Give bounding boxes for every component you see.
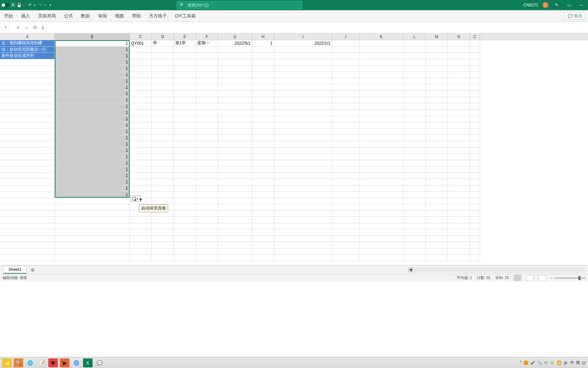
cell[interactable]	[218, 179, 252, 185]
cell[interactable]	[274, 110, 332, 116]
cell[interactable]	[0, 72, 55, 78]
cell[interactable]	[332, 211, 359, 217]
cell[interactable]	[404, 65, 426, 72]
cell[interactable]	[359, 78, 404, 85]
cell[interactable]	[274, 179, 332, 185]
cell[interactable]	[359, 198, 404, 204]
cell[interactable]	[218, 204, 252, 211]
comments-button[interactable]: 💬 批注	[565, 12, 585, 20]
cell[interactable]	[0, 116, 55, 122]
cell[interactable]	[152, 116, 174, 122]
cell[interactable]	[404, 110, 426, 116]
cell[interactable]	[252, 110, 274, 116]
cell[interactable]	[196, 255, 218, 261]
cell[interactable]	[152, 166, 174, 173]
cell[interactable]	[274, 97, 332, 104]
tray-chevron-icon[interactable]: ˄	[520, 361, 522, 365]
cell[interactable]	[55, 236, 130, 242]
cell[interactable]: 1	[55, 128, 130, 135]
col-header[interactable]: G	[218, 33, 252, 40]
cell[interactable]	[359, 173, 404, 179]
cell[interactable]	[174, 97, 196, 104]
zoom-slider[interactable]: −	[551, 276, 585, 280]
cell[interactable]	[196, 128, 218, 135]
cell[interactable]	[0, 223, 55, 230]
cell[interactable]: 1	[55, 135, 130, 141]
cell[interactable]	[404, 179, 426, 185]
cell[interactable]	[448, 116, 470, 122]
tray-ime2-icon[interactable]: 简	[576, 360, 580, 365]
cell[interactable]	[274, 198, 332, 204]
cell[interactable]	[448, 97, 470, 104]
tab-view[interactable]: 视图	[111, 10, 128, 22]
cell[interactable]	[404, 191, 426, 198]
cell[interactable]: 1	[55, 191, 130, 198]
cell[interactable]	[174, 166, 196, 173]
cell[interactable]	[0, 135, 55, 141]
cell[interactable]	[470, 173, 480, 179]
cell[interactable]	[218, 116, 252, 122]
cell[interactable]	[470, 40, 480, 47]
cell[interactable]	[174, 211, 196, 217]
cell[interactable]	[448, 229, 470, 236]
cell[interactable]	[196, 211, 218, 217]
cell[interactable]	[470, 166, 480, 173]
cell[interactable]	[0, 217, 55, 223]
cell[interactable]	[359, 59, 404, 66]
undo-dropdown-icon[interactable]: ▼	[33, 4, 36, 7]
cell[interactable]	[332, 148, 359, 154]
cell[interactable]	[426, 135, 448, 141]
cell[interactable]	[174, 236, 196, 242]
cell[interactable]	[218, 72, 252, 78]
cell[interactable]	[404, 248, 426, 255]
grid[interactable]: 法：拖到哪就填充到哪1QY001甲第1章星期一2022/5/112022/1/1…	[0, 40, 588, 261]
cell[interactable]	[152, 85, 174, 91]
add-sheet-button[interactable]: ⊕	[29, 266, 36, 273]
cell[interactable]	[196, 217, 218, 223]
cell[interactable]	[332, 135, 359, 141]
cell[interactable]	[130, 148, 152, 154]
cell[interactable]: 1	[55, 154, 130, 160]
cell[interactable]	[426, 103, 448, 110]
cell[interactable]	[404, 242, 426, 248]
cell[interactable]	[332, 91, 359, 97]
cell[interactable]	[426, 97, 448, 104]
cell[interactable]	[0, 211, 55, 217]
cell[interactable]	[404, 72, 426, 78]
cell[interactable]	[470, 97, 480, 104]
cell[interactable]	[404, 78, 426, 85]
cell[interactable]	[130, 53, 152, 59]
cell[interactable]	[426, 91, 448, 97]
cell[interactable]	[218, 236, 252, 242]
cell[interactable]	[130, 185, 152, 192]
cell[interactable]	[218, 217, 252, 223]
col-header[interactable]: E	[174, 33, 196, 40]
cell[interactable]	[426, 65, 448, 72]
cell[interactable]: 1	[55, 166, 130, 173]
cell[interactable]	[130, 248, 152, 255]
cell[interactable]	[55, 204, 130, 211]
sheet-tab[interactable]: Sheet1	[3, 266, 27, 274]
col-header[interactable]: K	[359, 33, 404, 40]
cell[interactable]	[218, 242, 252, 248]
cell[interactable]	[332, 97, 359, 104]
cell[interactable]	[448, 78, 470, 85]
cell[interactable]	[152, 122, 174, 129]
cell[interactable]	[252, 229, 274, 236]
cell[interactable]	[130, 166, 152, 173]
cell[interactable]	[130, 85, 152, 91]
cell[interactable]	[252, 91, 274, 97]
cell[interactable]	[152, 236, 174, 242]
cell[interactable]	[426, 116, 448, 122]
cell[interactable]	[448, 53, 470, 59]
cell[interactable]	[332, 78, 359, 85]
cell[interactable]	[196, 166, 218, 173]
cell[interactable]	[404, 160, 426, 167]
cell[interactable]	[252, 97, 274, 104]
cell[interactable]	[274, 217, 332, 223]
cell[interactable]	[196, 191, 218, 198]
taskbar-excel-icon[interactable]: X	[83, 358, 93, 367]
cell[interactable]: 1	[55, 59, 130, 66]
tab-review[interactable]: 审阅	[94, 10, 111, 22]
cell[interactable]	[426, 185, 448, 192]
